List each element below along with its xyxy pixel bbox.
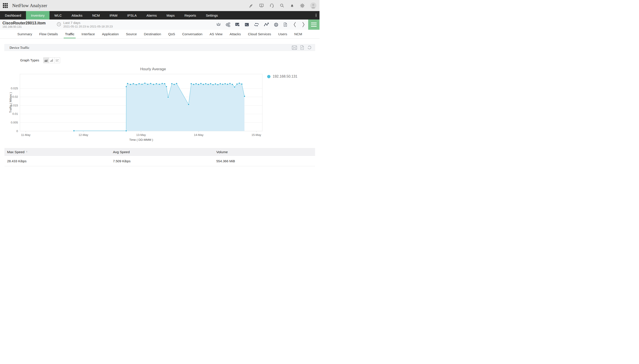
tab-users[interactable]: Users — [275, 30, 291, 38]
graph-type-scatter-button[interactable] — [54, 58, 60, 63]
data-point — [125, 130, 127, 132]
data-point — [234, 86, 235, 88]
scatter-chart-icon — [56, 58, 59, 62]
chevron-left-icon[interactable] — [293, 22, 296, 28]
nav-item-alarms[interactable]: Alarms — [142, 11, 162, 20]
data-point — [219, 83, 221, 84]
tab-as-view[interactable]: AS View — [206, 30, 226, 38]
data-point — [210, 83, 211, 84]
ssh-terminal-lock-icon[interactable] — [235, 22, 240, 27]
device-bar: CiscoRouter28013.itom 192.168.50.131 Las… — [0, 20, 320, 30]
data-point — [227, 84, 228, 85]
sync-loop-icon[interactable] — [254, 22, 259, 28]
data-point — [164, 83, 166, 84]
nav-overflow-kebab-icon[interactable] — [313, 11, 320, 20]
column-header-volume[interactable]: Volume — [214, 150, 315, 154]
data-point — [229, 83, 231, 84]
svg-text:11-May: 11-May — [21, 133, 31, 136]
refresh-icon[interactable] — [307, 45, 312, 50]
data-point — [198, 84, 199, 85]
data-point — [171, 83, 173, 84]
graph-type-bar-button[interactable] — [49, 58, 55, 63]
tab-interface[interactable]: Interface — [78, 30, 98, 38]
workflow-icon[interactable] — [225, 22, 230, 27]
clock-icon — [56, 22, 62, 28]
svg-text:0: 0 — [17, 130, 18, 133]
graph-type-area-button[interactable] — [43, 58, 49, 63]
chart-legend[interactable]: 192.168.50.131 — [267, 74, 297, 78]
tab-conversation[interactable]: Conversation — [179, 30, 206, 38]
column-header-avg-speed[interactable]: Avg Speed — [110, 150, 214, 154]
tab-application[interactable]: Application — [99, 30, 123, 38]
traffic-area-chart[interactable]: 11-May12-May13-May14-May15-May00.0050.01… — [9, 69, 311, 143]
svg-text:0.02: 0.02 — [13, 95, 18, 98]
support-headset-icon[interactable] — [269, 3, 274, 8]
data-point — [135, 84, 137, 85]
data-point — [195, 83, 197, 84]
column-header-max-speed[interactable]: Max Speed ▲▼ — [5, 150, 110, 154]
data-point — [244, 96, 245, 97]
globe-icon[interactable] — [273, 22, 279, 27]
legend-label: 192.168.50.131 — [273, 74, 297, 78]
main-nav: DashboardInventoryWLCAttacksNCMIPAMIPSLA… — [0, 11, 320, 20]
tab-qos[interactable]: QoS — [165, 30, 179, 38]
data-point — [207, 84, 209, 85]
svg-text:0.025: 0.025 — [11, 87, 18, 90]
nav-item-ipam[interactable]: IPAM — [105, 11, 123, 20]
nav-item-inventory[interactable]: Inventory — [26, 11, 50, 20]
alarm-bell-icon[interactable] — [216, 22, 221, 27]
device-ip: 192.168.50.131 — [3, 25, 46, 28]
table-header-row: Max Speed ▲▼ Avg Speed Volume — [5, 148, 315, 156]
data-point — [193, 84, 194, 85]
data-point — [176, 83, 177, 84]
chevron-right-icon[interactable] — [302, 22, 305, 28]
apps-grid-icon[interactable] — [3, 3, 8, 8]
nav-item-ipsla[interactable]: IPSLA — [122, 11, 142, 20]
data-point — [238, 82, 240, 84]
email-icon[interactable] — [292, 46, 297, 50]
terminal-icon[interactable] — [244, 22, 249, 27]
search-icon[interactable] — [279, 3, 284, 8]
tab-flow-details[interactable]: Flow Details — [36, 30, 62, 38]
device-traffic-panel-header: Device Traffic — [5, 44, 315, 51]
traffic-summary-table: Max Speed ▲▼ Avg Speed Volume 28.433 Kib… — [5, 148, 315, 166]
tab-source[interactable]: Source — [122, 30, 140, 38]
volume-value: 554.366 MiB — [214, 159, 315, 163]
svg-text:15-May: 15-May — [252, 133, 261, 136]
rocket-icon[interactable] — [249, 3, 254, 8]
tab-traffic[interactable]: Traffic — [62, 30, 78, 38]
pdf-icon[interactable] — [300, 45, 304, 50]
nav-item-wlc[interactable]: WLC — [50, 11, 67, 20]
notifications-bell-icon[interactable] — [290, 3, 294, 8]
avg-speed-value: 7.509 Kibps — [110, 159, 214, 163]
nav-item-attacks[interactable]: Attacks — [67, 11, 87, 20]
nav-item-reports[interactable]: Reports — [179, 11, 201, 20]
table-row: 28.433 Kibps 7.509 Kibps 554.366 MiB — [5, 156, 315, 166]
tab-destination[interactable]: Destination — [140, 30, 165, 38]
tab-attacks[interactable]: Attacks — [226, 30, 244, 38]
user-avatar[interactable] — [310, 2, 316, 9]
app-title: NetFlow Analyzer — [12, 3, 47, 8]
device-name: CiscoRouter28013.itom — [3, 21, 46, 25]
period-label: Last 7 days — [64, 21, 113, 25]
nav-item-settings[interactable]: Settings — [201, 11, 223, 20]
pdf-export-icon[interactable] — [283, 22, 288, 27]
view-tab-bar: SummaryFlow DetailsTrafficInterfaceAppli… — [0, 30, 320, 38]
settings-gear-icon[interactable] — [300, 3, 305, 8]
data-point — [241, 83, 242, 85]
nav-item-dashboard[interactable]: Dashboard — [0, 11, 26, 20]
svg-text:0.005: 0.005 — [11, 121, 18, 124]
data-point — [217, 84, 219, 85]
tab-summary[interactable]: Summary — [14, 30, 36, 38]
data-point — [126, 86, 127, 88]
traffic-graph-icon[interactable] — [264, 22, 269, 28]
side-panel-menu-button[interactable] — [308, 20, 320, 30]
nav-item-maps[interactable]: Maps — [162, 11, 180, 20]
tab-cloud-services[interactable]: Cloud Services — [244, 30, 275, 38]
time-period-selector[interactable]: Last 7 days 2021-05-11 20:23 to 2021-05-… — [56, 21, 113, 28]
nav-item-ncm[interactable]: NCM — [87, 11, 105, 20]
tab-ncm[interactable]: NCM — [291, 30, 305, 38]
video-tutorial-icon[interactable] — [259, 3, 264, 8]
svg-text:0.01: 0.01 — [13, 112, 18, 116]
data-point — [147, 84, 148, 85]
